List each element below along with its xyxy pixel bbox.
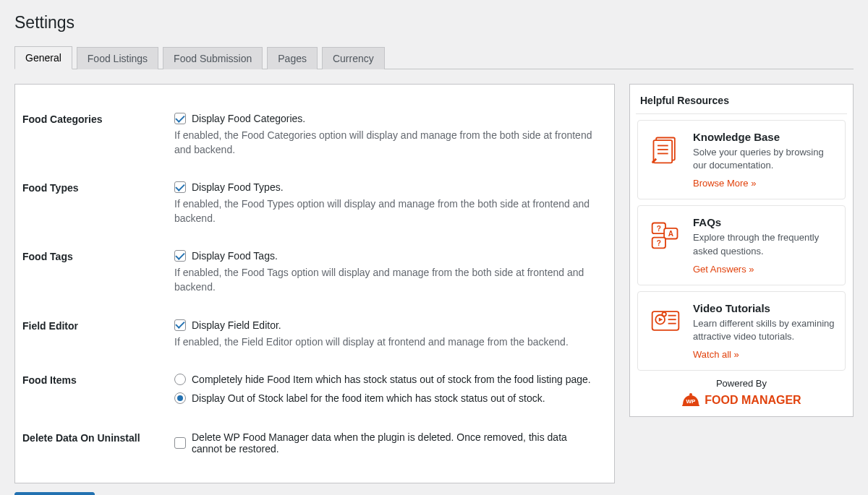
settings-tabs: General Food Listings Food Submission Pa… [14,46,854,69]
row-label-field-editor: Field Editor [22,306,167,361]
vid-title: Video Tutorials [693,302,835,314]
checkbox-food-tags[interactable] [174,250,186,262]
powered-by: Powered By WP FOOD MANAGER [636,378,847,408]
option-text-delete-data: Delete WP Food Manager data when the plu… [192,431,592,455]
desc-field-editor: If enabled, the Field Editor option will… [174,335,592,350]
svg-text:WP: WP [686,398,697,405]
brand-logo: WP FOOD MANAGER [636,393,847,408]
desc-food-categories: If enabled, the Food Categories option w… [174,129,592,157]
svg-marker-13 [659,317,663,322]
tab-food-listings[interactable]: Food Listings [77,47,158,69]
vid-link[interactable]: Watch all » [693,349,739,360]
svg-point-18 [689,393,692,396]
radio-food-items-label[interactable] [174,392,186,404]
powered-label: Powered By [636,378,847,389]
checkbox-delete-data[interactable] [174,437,186,449]
option-text-food-items-label: Display Out of Stock label for the food … [192,392,545,404]
sidebar-heading: Helpful Resources [636,90,847,114]
tab-general[interactable]: General [14,46,72,69]
card-video-tutorials: Video Tutorials Learn different skills b… [637,291,846,371]
radio-food-items-hide[interactable] [174,374,186,385]
row-label-food-types: Food Types [22,168,167,236]
svg-text:A: A [668,230,674,238]
row-label-delete-data: Delete Data On Uninstall [22,418,167,468]
desc-food-types: If enabled, the Food Types option will d… [174,197,592,225]
faq-desc: Explore through the frequently asked que… [693,231,835,257]
document-icon [648,131,683,189]
option-text-food-tags: Display Food Tags. [192,250,278,262]
svg-rect-19 [682,405,699,406]
checkbox-field-editor[interactable] [174,319,186,331]
card-faqs: ? A ? FAQs Explore through the frequentl… [637,205,846,285]
vid-desc: Learn different skills by examining attr… [693,317,835,343]
faq-icon: ? A ? [648,216,683,274]
card-knowledge-base: Knowledge Base Solve your queries by bro… [637,120,846,199]
kb-desc: Solve your queries by browsing our docum… [693,146,835,172]
kb-title: Knowledge Base [693,131,835,143]
row-label-food-items: Food Items [22,360,167,418]
tab-food-submission[interactable]: Food Submission [163,47,263,69]
svg-text:?: ? [657,225,661,233]
settings-panel: Food Categories Display Food Categories.… [14,84,615,483]
cloche-icon: WP [681,393,700,408]
sidebar: Helpful Resources Knowledge B [629,84,854,483]
checkbox-food-categories[interactable] [174,113,186,124]
tab-currency[interactable]: Currency [322,47,385,69]
option-text-food-categories: Display Food Categories. [192,113,305,124]
row-label-food-tags: Food Tags [22,236,167,305]
svg-text:?: ? [657,239,661,247]
faq-link[interactable]: Get Answers » [693,264,754,275]
tab-pages[interactable]: Pages [267,47,318,69]
kb-link[interactable]: Browse More » [693,178,756,189]
save-button[interactable]: Save Changes [14,492,95,495]
option-text-field-editor: Display Field Editor. [192,319,281,331]
faq-title: FAQs [693,216,835,228]
checkbox-food-types[interactable] [174,181,186,193]
row-label-food-categories: Food Categories [22,99,167,168]
brand-text: FOOD MANAGER [705,394,801,407]
desc-food-tags: If enabled, the Food Tags option will di… [174,266,592,294]
option-text-food-types: Display Food Types. [192,181,284,193]
svg-point-17 [662,312,666,317]
option-text-food-items-hide: Completely hide Food Item which has stoc… [192,374,591,385]
page-title: Settings [14,13,854,33]
video-icon [648,302,683,360]
